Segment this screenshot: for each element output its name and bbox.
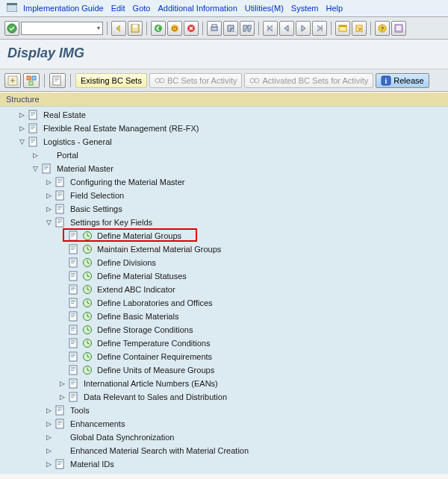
document-icon[interactable] bbox=[54, 216, 67, 228]
release-notes-button[interactable]: Release bbox=[376, 73, 429, 88]
first-page-button[interactable] bbox=[263, 21, 278, 36]
menu-additional-information[interactable]: Additional Information bbox=[155, 2, 239, 14]
document-icon[interactable] bbox=[54, 418, 67, 430]
enter-button[interactable] bbox=[4, 21, 19, 36]
tree-row[interactable]: ▷Field Selection bbox=[0, 189, 448, 202]
document-icon[interactable] bbox=[67, 391, 81, 403]
document-icon[interactable] bbox=[67, 324, 81, 336]
expand-collapse-button[interactable] bbox=[4, 73, 21, 88]
tree-row[interactable]: ▷Global Data Synchronization bbox=[0, 431, 448, 444]
where-used-button[interactable] bbox=[23, 73, 40, 88]
save-button[interactable] bbox=[128, 21, 143, 36]
command-dropdown-icon[interactable]: ▾ bbox=[97, 25, 100, 31]
command-field[interactable]: ▾ bbox=[21, 22, 103, 35]
tree-row[interactable]: ·Define Temperature Conditions bbox=[0, 336, 448, 350]
expand-toggle[interactable]: ▷ bbox=[16, 110, 27, 120]
expand-toggle[interactable]: ▷ bbox=[57, 378, 67, 389]
find-next-button[interactable] bbox=[240, 21, 255, 36]
prev-page-button[interactable] bbox=[279, 21, 294, 36]
expand-toggle[interactable]: ▷ bbox=[43, 419, 54, 429]
tree-row[interactable]: ▷Configuring the Material Master bbox=[0, 175, 448, 189]
back-button[interactable] bbox=[111, 21, 126, 36]
tree-row[interactable]: ·Define Material Statuses bbox=[0, 269, 448, 283]
tree-row[interactable]: ·Extend ABC Indicator bbox=[0, 283, 448, 296]
document-icon[interactable] bbox=[67, 230, 81, 242]
cancel-button[interactable] bbox=[184, 21, 199, 36]
document-icon[interactable] bbox=[67, 378, 81, 389]
document-icon[interactable] bbox=[67, 297, 81, 309]
last-page-button[interactable] bbox=[312, 21, 327, 36]
tree-row[interactable]: ▷Enhancements bbox=[0, 417, 448, 431]
document-icon[interactable] bbox=[54, 404, 67, 416]
execute-activity-icon[interactable] bbox=[81, 257, 94, 269]
tree-row[interactable]: ·Define Divisions bbox=[0, 256, 448, 269]
window-menu-icon[interactable] bbox=[6, 2, 18, 13]
bc-sets-for-activity-button[interactable]: BC Sets for Activity bbox=[149, 73, 243, 88]
execute-activity-icon[interactable] bbox=[81, 364, 94, 376]
document-icon[interactable] bbox=[67, 364, 81, 376]
menu-utilities[interactable]: Utilities(M) bbox=[243, 2, 286, 14]
local-layout-button[interactable] bbox=[391, 21, 406, 36]
collapse-toggle[interactable]: ▽ bbox=[43, 217, 54, 228]
img-tree[interactable]: ▷Real Estate▷Flexible Real Estate Manage… bbox=[0, 107, 448, 474]
next-page-button[interactable] bbox=[296, 21, 311, 36]
document-icon[interactable] bbox=[67, 284, 81, 295]
document-icon[interactable] bbox=[67, 257, 81, 269]
tree-row[interactable]: ·Define Units of Measure Groups bbox=[0, 363, 448, 377]
tree-row[interactable]: ▷Enhanced Material Search with Material … bbox=[0, 444, 448, 457]
execute-activity-icon[interactable] bbox=[81, 284, 94, 295]
collapse-toggle[interactable]: ▽ bbox=[30, 163, 40, 174]
execute-activity-icon[interactable] bbox=[81, 270, 94, 282]
tree-row[interactable]: ▽Logistics - General bbox=[0, 135, 448, 148]
expand-toggle[interactable]: ▷ bbox=[43, 445, 54, 456]
execute-activity-icon[interactable] bbox=[81, 243, 94, 255]
existing-bc-sets-button[interactable]: Existing BC Sets bbox=[75, 73, 147, 88]
document-icon[interactable] bbox=[67, 337, 81, 349]
expand-toggle[interactable]: ▷ bbox=[43, 204, 54, 214]
back-green-button[interactable] bbox=[151, 21, 166, 36]
expand-toggle[interactable]: ▷ bbox=[43, 190, 54, 201]
tree-row[interactable]: ▷Portal bbox=[0, 148, 448, 162]
collapse-toggle[interactable]: ▽ bbox=[16, 137, 27, 147]
find-button[interactable] bbox=[223, 21, 238, 36]
tree-row[interactable]: ·Define Basic Materials bbox=[0, 310, 448, 323]
expand-toggle[interactable]: ▷ bbox=[43, 405, 54, 416]
tree-row[interactable]: ·Define Laboratories and Offices bbox=[0, 296, 448, 310]
document-icon[interactable] bbox=[67, 310, 81, 322]
execute-activity-icon[interactable] bbox=[81, 351, 94, 363]
tree-row[interactable]: ▽Material Master bbox=[0, 162, 448, 175]
tree-row[interactable]: ▷International Article Numbers (EANs) bbox=[0, 377, 448, 390]
document-icon[interactable] bbox=[67, 270, 81, 282]
execute-activity-icon[interactable] bbox=[81, 337, 94, 349]
tree-row[interactable]: ▷Tools bbox=[0, 404, 448, 417]
activated-bc-sets-button[interactable]: Activated BC Sets for Activity bbox=[244, 73, 373, 88]
print-button[interactable] bbox=[207, 21, 222, 36]
document-icon[interactable] bbox=[54, 176, 67, 188]
tree-row[interactable]: ▷Basic Settings bbox=[0, 202, 448, 216]
tree-row[interactable]: ·Maintain External Material Groups bbox=[0, 242, 448, 256]
new-session-button[interactable] bbox=[335, 21, 350, 36]
document-icon[interactable] bbox=[54, 190, 67, 201]
expand-toggle[interactable]: ▷ bbox=[43, 459, 54, 469]
document-icon[interactable] bbox=[67, 243, 81, 255]
document-icon[interactable] bbox=[54, 458, 67, 470]
expand-toggle[interactable]: ▷ bbox=[43, 432, 54, 442]
menu-edit[interactable]: Edit bbox=[109, 2, 128, 14]
execute-activity-icon[interactable] bbox=[81, 230, 94, 242]
tree-row[interactable]: ·Define Container Requirements bbox=[0, 350, 448, 363]
tree-row[interactable]: ▷Flexible Real Estate Management (RE-FX) bbox=[0, 122, 448, 135]
tree-row[interactable]: ▽Settings for Key Fields bbox=[0, 216, 448, 229]
execute-activity-icon[interactable] bbox=[81, 324, 94, 336]
execute-activity-icon[interactable] bbox=[81, 310, 94, 322]
exit-button[interactable] bbox=[167, 21, 182, 36]
tree-row[interactable]: ▷Real Estate bbox=[0, 108, 448, 122]
tree-row[interactable]: ·Define Material Groups bbox=[0, 229, 448, 242]
document-icon[interactable] bbox=[27, 122, 40, 134]
document-icon[interactable] bbox=[54, 203, 67, 215]
document-icon[interactable] bbox=[27, 136, 40, 148]
menu-system[interactable]: System bbox=[289, 2, 321, 14]
tree-row[interactable]: ▷Data Relevant to Sales and Distribution bbox=[0, 390, 448, 404]
tree-row[interactable]: ·Define Storage Conditions bbox=[0, 323, 448, 336]
document-icon[interactable] bbox=[67, 351, 81, 363]
expand-toggle[interactable]: ▷ bbox=[57, 392, 67, 402]
